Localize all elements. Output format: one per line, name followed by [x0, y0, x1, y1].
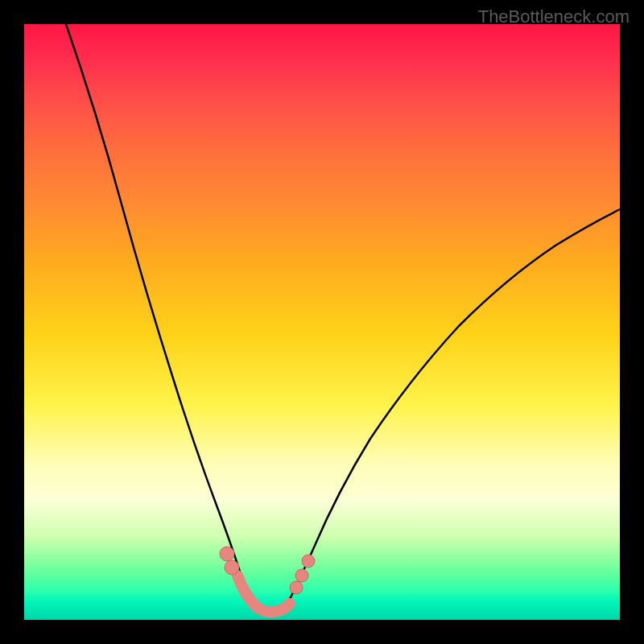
chart-plot-area: [24, 24, 620, 620]
chart-svg: [24, 24, 620, 620]
marker-dot: [290, 581, 303, 594]
marker-valley-line: [237, 576, 290, 612]
marker-dot: [302, 555, 315, 568]
marker-dot: [220, 547, 234, 561]
marker-dot: [295, 569, 308, 582]
left-curve: [66, 24, 251, 602]
curve-container: [24, 24, 620, 620]
right-curve: [288, 209, 620, 602]
watermark-text: TheBottleneck.com: [478, 6, 630, 27]
marker-dot: [225, 560, 239, 575]
